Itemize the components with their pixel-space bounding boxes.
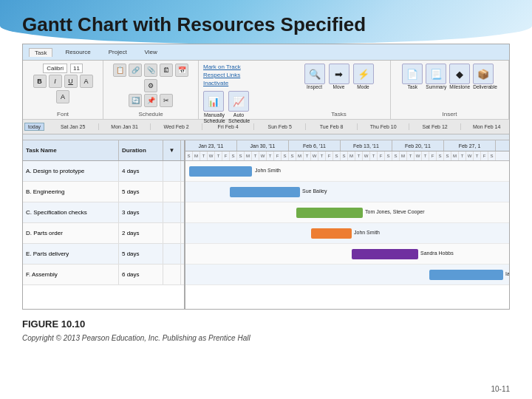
manually-label: Manually Schedule [203, 112, 225, 123]
day-f2: F [274, 151, 282, 160]
day-s3: S [237, 151, 245, 160]
task-name-d: D. Parts order [23, 223, 119, 243]
mark-on-track-link[interactable]: Mark on Track [203, 64, 283, 70]
task-insert-btn[interactable]: 📄 Task [402, 64, 423, 89]
page-title: Gantt Chart with Resources Specified [0, 0, 532, 44]
sched-icon-7[interactable]: 🔄 [129, 94, 142, 107]
date-2: Mon Jan 31 [99, 123, 151, 130]
auto-schedule-btn[interactable]: 📈 Auto Schedule [228, 91, 249, 123]
task-row-f[interactable]: F. Assembly 6 days [23, 265, 184, 285]
day-w2: W [259, 151, 267, 160]
week-6: Feb 27, 1 [444, 140, 496, 151]
milestone-btn[interactable]: ◆ Milestone [449, 64, 470, 89]
deliverable-label: Deliverable [473, 84, 497, 89]
schedule-icons: 📋 🔗 📎 🗓 📅 ⚙ [108, 64, 194, 92]
milestone-icon: ◆ [449, 64, 470, 84]
sched-icon-9[interactable]: ✂ [160, 94, 173, 107]
task-row-b[interactable]: B. Engineering 5 days [23, 182, 184, 202]
bar-b[interactable] [230, 187, 300, 197]
font-size-dropdown[interactable]: 11 [70, 64, 83, 73]
page-number: 10-11 [491, 385, 510, 393]
font-color-icon[interactable]: A [80, 75, 93, 88]
task-name-b: B. Engineering [23, 182, 119, 202]
bar-d[interactable] [311, 228, 352, 239]
task-dur-d: 2 days [119, 223, 163, 243]
sched-icon-8[interactable]: 📌 [144, 94, 157, 107]
gantt-row-f: Ian Tinnings [185, 265, 509, 285]
task-row-d[interactable]: D. Parts order 2 days [23, 223, 184, 244]
underline-icon[interactable]: U [64, 75, 78, 88]
task-insert-label: Task [402, 84, 423, 89]
deliverable-btn[interactable]: 📦 Deliverable [473, 64, 497, 89]
gantt-container: Task Name Duration ▼ A. Design to protot… [23, 140, 509, 310]
task-name-f: F. Assembly [23, 265, 119, 284]
bar-e[interactable] [352, 249, 418, 259]
resource-c: Tom Jones, Steve Cooper [365, 209, 425, 214]
separator-row [23, 134, 509, 140]
gantt-row-d: John Smith [185, 223, 509, 244]
task-dur-b: 5 days [119, 182, 163, 202]
inspect-icon: 🔍 [304, 64, 325, 84]
ribbon: Calibri 11 B I U A A Font 📋 🔗 📎 [23, 61, 509, 120]
day-t10: T [422, 151, 429, 160]
task-row-c[interactable]: C. Specification checks 3 days [23, 202, 184, 223]
gantt-chart: Jan 23, '11 Jan 30, '11 Feb 6, '11 Feb 1… [185, 140, 509, 310]
gantt-row-b: Sue Bailey [185, 182, 509, 202]
date-9: Mon Feb 14 [461, 123, 510, 130]
inspect-btn[interactable]: 🔍 Inspect [304, 64, 325, 89]
task-row-e[interactable]: E. Parts delivery 5 days [23, 244, 184, 265]
day-t4: T [267, 151, 274, 160]
sched-icon-5[interactable]: 📅 [175, 64, 188, 77]
mode-btn[interactable]: ⚡ Mode [353, 64, 374, 89]
sched-icon-3[interactable]: 📎 [144, 64, 157, 77]
respect-links-link[interactable]: Respect Links [203, 72, 283, 78]
day-w5: W [415, 151, 422, 160]
task-name-a: A. Design to prototype [23, 161, 119, 181]
day-w3: W [311, 151, 318, 160]
bar-a[interactable] [189, 166, 252, 177]
move-label: Move [329, 84, 349, 89]
ribbon-tab-project[interactable]: Project [103, 48, 132, 56]
ribbon-tab-task[interactable]: Task [29, 48, 52, 57]
font-name-dropdown[interactable]: Calibri [43, 64, 67, 73]
sched-icon-1[interactable]: 📋 [113, 64, 126, 77]
tasks-icons-row: 🔍 Inspect ➡ Move ⚡ Mode [304, 64, 374, 89]
sched-icon-6[interactable]: ⚙ [144, 79, 157, 92]
inactivate-link[interactable]: Inactivate [203, 80, 283, 86]
sched-icon-4[interactable]: 🗓 [160, 64, 173, 77]
move-btn[interactable]: ➡ Move [329, 64, 349, 89]
gantt-day-headers: SMTWTFS SMTWTFS SMTWTFS SMTWTFS SMTWTFS … [185, 151, 509, 161]
ribbon-tab-view[interactable]: View [140, 48, 163, 56]
deliverable-icon: 📦 [473, 64, 494, 84]
manually-schedule-btn[interactable]: 📊 Manually Schedule [203, 91, 225, 123]
bar-c[interactable] [296, 208, 363, 218]
date-5: Sun Feb 5 [254, 123, 306, 130]
day-m6: M [451, 151, 459, 160]
highlight-icon[interactable]: A [56, 90, 69, 103]
italic-icon[interactable]: I [49, 75, 62, 88]
auto-label: Auto Schedule [228, 112, 249, 123]
gantt-row-c: Tom Jones, Steve Cooper [185, 202, 509, 223]
auto-icon: 📈 [228, 91, 249, 112]
th-arrow: ▼ [163, 140, 181, 160]
schedule-buttons: 📊 Manually Schedule 📈 Auto Schedule [203, 91, 283, 123]
screenshot-box: Task Resource Project View Calibri 11 B … [22, 44, 510, 310]
task-name-c: C. Specification checks [23, 202, 119, 222]
bold-icon[interactable]: B [33, 75, 47, 88]
summary-btn[interactable]: 📃 Summary [426, 64, 446, 89]
task-dur-f: 6 days [119, 265, 163, 284]
day-w6: W [466, 151, 474, 160]
mode-icon: ⚡ [353, 64, 374, 84]
figure-label: FIGURE 10.10 [22, 314, 250, 332]
day-s1: S [185, 151, 193, 160]
ribbon-font-group: Calibri 11 B I U A A Font [23, 61, 103, 119]
sched-icon-2[interactable]: 🔗 [129, 64, 142, 77]
bar-f[interactable] [429, 270, 503, 280]
day-s5: S [289, 151, 296, 160]
day-f6: F [481, 151, 488, 160]
ribbon-tab-resource[interactable]: Resource [60, 48, 95, 56]
ribbon-top-bar: Task Resource Project View [23, 44, 509, 61]
task-row-a[interactable]: A. Design to prototype 4 days [23, 161, 184, 182]
day-t11: T [459, 151, 466, 160]
ribbon-tasks-group: 🔍 Inspect ➡ Move ⚡ Mode Tasks [287, 61, 391, 119]
